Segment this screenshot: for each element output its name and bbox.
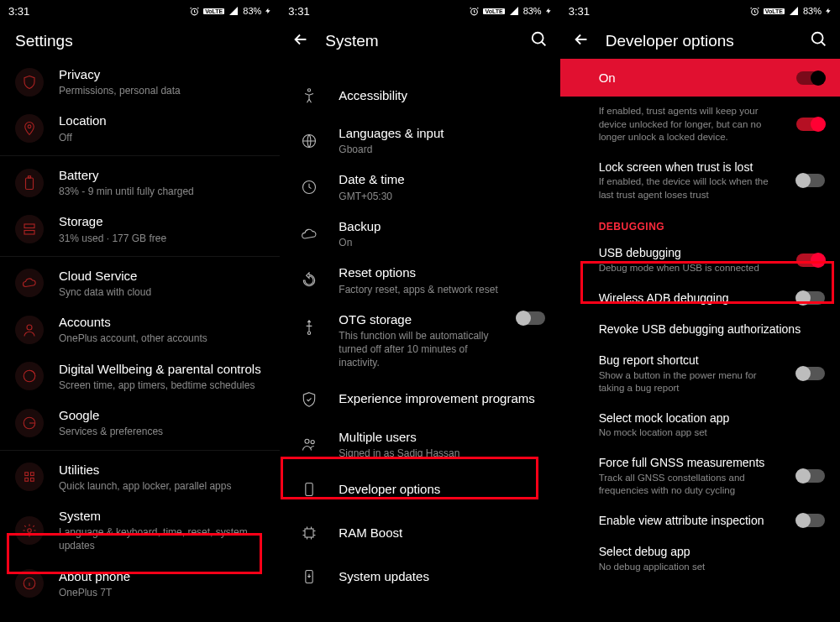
back-icon[interactable] [572,30,591,52]
google-icon [15,409,44,437]
shield-icon [15,68,44,97]
usb-icon [295,313,323,342]
status-bar: 3:31 VoLTE 83% [0,0,280,20]
alarm-icon [469,6,480,17]
row-location[interactable]: LocationOff [0,105,280,151]
volte-icon: VoLTE [203,8,224,14]
page-title: Settings [0,20,280,59]
battery-percent: 83% [523,6,542,16]
row-lock-screen-trust[interactable]: Lock screen when trust is lostIf enabled… [560,152,840,210]
row-experience[interactable]: Experience improvement programs [280,378,559,421]
row-otg[interactable]: OTG storageThis function will be automat… [280,304,559,378]
screen-developer-options: 3:31 VoLTE 83% Developer options On If e… [560,0,840,622]
search-icon[interactable] [810,30,828,52]
svg-rect-5 [24,231,34,235]
battery-percent: 83% [803,6,822,16]
row-about[interactable]: About phoneOnePlus 7T [0,561,280,607]
screen-system: 3:31 VoLTE 83% System Accessibility Lang… [280,0,559,622]
row-trust-agents[interactable]: If enabled, trust agents will keep your … [560,97,840,152]
row-system[interactable]: SystemLanguage & keyboard, time, reset, … [0,500,280,561]
section-debugging: DEBUGGING [560,209,840,238]
row-backup[interactable]: BackupOn [280,211,559,257]
row-bug-report[interactable]: Bug report shortcutShow a button in the … [560,345,840,403]
screen-settings: 3:31 VoLTE 83% Settings PrivacyPermissio… [0,0,280,622]
info-icon [15,569,44,598]
svg-point-16 [532,33,543,44]
row-utilities[interactable]: UtilitiesQuick launch, app locker, paral… [0,454,280,500]
row-system-updates[interactable]: System updates [280,555,559,598]
row-storage[interactable]: Storage31% used · 177 GB free [0,206,280,252]
dev-options-on-banner[interactable]: On [560,59,840,97]
developer-list[interactable]: If enabled, trust agents will keep your … [560,97,840,581]
settings-list[interactable]: PrivacyPermissions, personal data Locati… [0,59,280,607]
header-bar: Developer options [560,20,840,59]
row-ram-boost[interactable]: RAM Boost [280,511,559,555]
svg-rect-11 [25,478,29,482]
status-bar: 3:31 VoLTE 83% [280,0,559,20]
back-icon[interactable] [291,30,310,52]
status-bar: 3:31 VoLTE 83% [560,0,840,20]
row-accessibility[interactable]: Accessibility [280,74,559,118]
svg-point-21 [311,441,314,444]
usb-debugging-toggle[interactable] [796,254,825,267]
dev-options-master-toggle[interactable] [796,71,825,85]
chip-icon [295,519,323,547]
clock-icon [295,173,323,201]
signal-icon [508,6,520,16]
otg-toggle[interactable] [517,311,545,325]
row-reset[interactable]: Reset optionsFactory reset, apps & netwo… [280,257,559,303]
row-cloud[interactable]: Cloud ServiceSync data with cloud [0,260,280,306]
cloud-icon [295,220,323,248]
status-right: VoLTE 83% [749,6,832,17]
row-mock-location[interactable]: Select mock location appNo mock location… [560,403,840,447]
svg-rect-9 [25,473,29,476]
row-view-attribute[interactable]: Enable view attribute inspection [560,505,840,536]
svg-point-17 [308,89,311,91]
svg-rect-12 [31,478,34,482]
row-privacy[interactable]: PrivacyPermissions, personal data [0,59,280,105]
row-revoke-usb[interactable]: Revoke USB debugging authorizations [560,314,840,345]
row-wireless-adb[interactable]: Wireless ADB debugging [560,283,840,314]
trust-agents-toggle[interactable] [796,118,825,131]
svg-rect-2 [26,178,34,190]
row-gnss[interactable]: Force full GNSS measurementsTrack all GN… [560,447,840,505]
row-wellbeing[interactable]: Digital Wellbeing & parental controlsScr… [0,353,280,400]
gnss-toggle[interactable] [796,469,825,483]
row-google[interactable]: GoogleServices & preferences [0,400,280,446]
row-battery[interactable]: Battery83% - 9 min until fully charged [0,159,280,206]
update-icon [295,562,323,591]
row-multiple-users[interactable]: Multiple usersSigned in as Sadiq Hassan [280,421,559,468]
alarm-icon [189,6,200,17]
on-label: On [599,71,796,85]
cloud-icon [15,269,44,297]
row-accounts[interactable]: AccountsOnePlus account, other accounts [0,306,280,353]
volte-icon: VoLTE [483,8,504,14]
row-datetime[interactable]: Date & timeGMT+05:30 [280,164,559,210]
system-list[interactable]: Accessibility Languages & inputGboard Da… [280,74,559,598]
header-title: System [325,32,378,50]
charging-icon [265,6,271,16]
volte-icon: VoLTE [764,8,785,14]
divider [0,256,280,257]
svg-point-6 [27,325,32,330]
wireless-adb-toggle[interactable] [796,291,825,305]
accessibility-icon [295,81,323,110]
storage-icon [15,215,44,243]
row-select-debug-app[interactable]: Select debug appNo debug application set [560,536,840,581]
row-developer-options[interactable]: Developer options [280,468,559,511]
globe-icon [295,127,323,155]
status-right: VoLTE 83% [189,6,271,17]
row-languages[interactable]: Languages & inputGboard [280,118,559,164]
status-time: 3:31 [8,5,29,18]
view-attr-toggle[interactable] [796,514,825,527]
signal-icon [788,6,800,16]
status-time: 3:31 [288,5,309,18]
bug-report-toggle[interactable] [796,367,825,380]
charging-icon [825,6,832,16]
lock-trust-toggle[interactable] [796,174,825,187]
location-icon [15,114,44,143]
phone-dev-icon [295,475,323,504]
search-icon[interactable] [530,30,549,52]
svg-rect-10 [31,473,34,476]
row-usb-debugging[interactable]: USB debuggingDebug mode when USB is conn… [560,238,840,282]
